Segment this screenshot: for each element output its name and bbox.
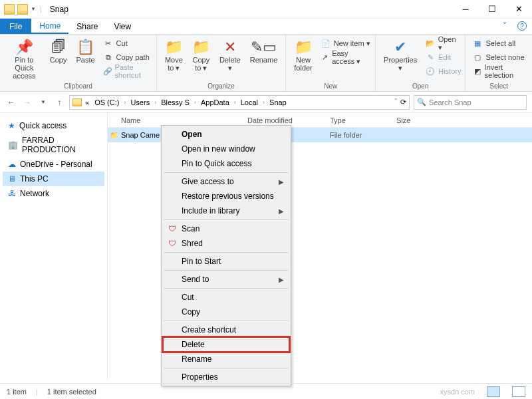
ctx-copy[interactable]: Copy — [163, 305, 289, 319]
rename-button[interactable]: ✎▭Rename — [246, 37, 282, 65]
select-all-button[interactable]: ▦Select all — [472, 37, 528, 49]
separator — [164, 219, 289, 220]
crumb-os[interactable]: OS (C:) — [92, 98, 121, 106]
open-icon: 📂 — [425, 39, 435, 48]
open-button[interactable]: 📂Open ▾ — [425, 37, 461, 49]
ctx-delete[interactable]: Delete — [163, 337, 289, 352]
easy-access-button[interactable]: ↗Easy access ▾ — [321, 51, 371, 63]
tab-view[interactable]: View — [106, 19, 139, 34]
help-button[interactable]: ? — [512, 19, 532, 34]
group-label-clipboard: Clipboard — [4, 81, 152, 90]
copy-to-button[interactable]: 📁Copy to ▾ — [188, 37, 214, 73]
edit-icon: ✎ — [425, 53, 436, 62]
ctx-open-new-window[interactable]: Open in new window — [163, 142, 289, 156]
group-label-select: Select — [469, 81, 528, 90]
view-details-button[interactable] — [487, 386, 500, 397]
nav-farrad[interactable]: 🏢FARRAD PRODUCTION — [3, 133, 104, 157]
ctx-pin-quick[interactable]: Pin to Quick access — [163, 156, 289, 171]
cut-button[interactable]: ✂Cut — [103, 37, 152, 49]
folder-icon: 📁 — [108, 131, 121, 140]
new-folder-button[interactable]: 📁New folder — [290, 37, 317, 73]
nav-recent-dropdown[interactable]: ▼ — [37, 96, 49, 108]
breadcrumb-overflow[interactable]: « — [83, 98, 91, 106]
copy-path-button[interactable]: ⧉Copy path — [103, 51, 152, 63]
network-icon: 🖧 — [8, 189, 16, 198]
copy-button[interactable]: 🗐Copy — [46, 37, 71, 65]
ctx-rename[interactable]: Rename — [163, 352, 289, 366]
ctx-cut[interactable]: Cut — [163, 290, 289, 305]
breadcrumb-dropdown-icon[interactable]: ˅ — [394, 98, 398, 106]
crumb-local[interactable]: Local — [239, 98, 260, 106]
ctx-scan[interactable]: 🛡Scan — [163, 221, 289, 236]
nav-back-button[interactable]: ← — [5, 96, 17, 108]
pc-icon: 🖥 — [8, 174, 16, 184]
pin-icon: 📌 — [15, 39, 33, 56]
group-open: ✔Properties ▾ 📂Open ▾ ✎Edit 🕘History Ope… — [376, 35, 466, 91]
context-menu: Open Open in new window Pin to Quick acc… — [161, 125, 291, 386]
edit-button[interactable]: ✎Edit — [425, 51, 461, 63]
file-menu[interactable]: File — [0, 19, 31, 34]
move-to-button[interactable]: 📁Move to ▾ — [161, 37, 187, 73]
close-button[interactable]: ✕ — [505, 0, 532, 19]
ctx-properties[interactable]: Properties — [163, 370, 289, 384]
ctx-send-to[interactable]: Send to▶ — [163, 272, 289, 287]
ctx-restore-versions[interactable]: Restore previous versions — [163, 189, 289, 203]
ctx-give-access[interactable]: Give access to▶ — [163, 174, 289, 189]
chevron-right-icon: › — [233, 99, 237, 106]
invert-selection-icon: ◩ — [472, 67, 481, 76]
menu-bar: File Home Share View ˅ ? — [0, 19, 532, 35]
title-bar: ▼ | Snap ─ ☐ ✕ — [0, 0, 532, 19]
nav-quick-access[interactable]: ★Quick access — [3, 118, 104, 133]
invert-selection-button[interactable]: ◩Invert selection — [472, 65, 528, 77]
ctx-shred[interactable]: 🛡Shred — [163, 236, 289, 251]
ribbon-toggle-icon[interactable]: ˅ — [497, 19, 512, 34]
paste-shortcut-button[interactable]: 🔗Paste shortcut — [103, 65, 152, 77]
quick-access-dropdown-icon[interactable]: ▼ — [31, 6, 36, 12]
col-date[interactable]: Date modified — [247, 116, 330, 124]
chevron-right-icon: › — [122, 99, 127, 106]
star-icon: ★ — [8, 121, 15, 130]
paste-button[interactable]: 📋Paste — [72, 37, 98, 65]
search-input[interactable]: 🔍 Search Snap — [414, 95, 527, 110]
minimize-button[interactable]: ─ — [452, 0, 479, 19]
col-size[interactable]: Size — [396, 116, 410, 124]
crumb-users[interactable]: Users — [128, 98, 152, 106]
group-select: ▦Select all ▢Select none ◩Invert selecti… — [466, 35, 532, 91]
shield-icon: 🛡 — [167, 224, 178, 233]
properties-button[interactable]: ✔Properties ▾ — [380, 37, 421, 73]
status-item-count: 1 item — [7, 388, 27, 396]
ctx-pin-start[interactable]: Pin to Start — [163, 254, 289, 269]
new-item-icon: 📄 — [321, 39, 331, 48]
nav-forward-button[interactable]: → — [21, 96, 33, 108]
select-none-button[interactable]: ▢Select none — [472, 51, 528, 63]
breadcrumb[interactable]: « OS (C:)› Users› Blessy S› AppData› Loc… — [69, 95, 410, 110]
delete-button[interactable]: ✕Delete ▾ — [215, 37, 245, 73]
ctx-create-shortcut[interactable]: Create shortcut — [163, 323, 289, 337]
crumb-user[interactable]: Blessy S — [159, 98, 192, 106]
refresh-button[interactable]: ⟳ — [400, 98, 406, 106]
tab-share[interactable]: Share — [68, 19, 106, 34]
nav-this-pc[interactable]: 🖥This PC — [3, 172, 104, 186]
maximize-button[interactable]: ☐ — [479, 0, 505, 19]
history-button[interactable]: 🕘History — [425, 65, 461, 77]
navigation-pane: ★Quick access 🏢FARRAD PRODUCTION ☁OneDri… — [0, 113, 108, 379]
tab-home[interactable]: Home — [31, 19, 68, 34]
delete-icon: ✕ — [224, 39, 236, 56]
col-name[interactable]: Name — [108, 116, 247, 124]
pin-quick-access-button[interactable]: 📌Pin to Quick access — [4, 37, 45, 81]
crumb-appdata[interactable]: AppData — [199, 98, 231, 106]
ctx-open[interactable]: Open — [163, 127, 289, 142]
new-item-button[interactable]: 📄New item ▾ — [321, 37, 371, 49]
nav-onedrive[interactable]: ☁OneDrive - Personal — [3, 157, 104, 172]
view-large-icons-button[interactable] — [512, 386, 525, 397]
col-type[interactable]: Type — [330, 116, 396, 124]
search-placeholder: Search Snap — [429, 98, 471, 106]
nav-network[interactable]: 🖧Network — [3, 186, 104, 201]
drive-icon — [72, 98, 82, 106]
select-none-icon: ▢ — [472, 53, 483, 62]
nav-up-button[interactable]: ↑ — [53, 96, 65, 108]
ctx-include-library[interactable]: Include in library▶ — [163, 203, 289, 218]
copy-path-icon: ⧉ — [103, 53, 114, 62]
copy-to-icon: 📁 — [192, 39, 210, 56]
crumb-snap[interactable]: Snap — [267, 98, 289, 106]
